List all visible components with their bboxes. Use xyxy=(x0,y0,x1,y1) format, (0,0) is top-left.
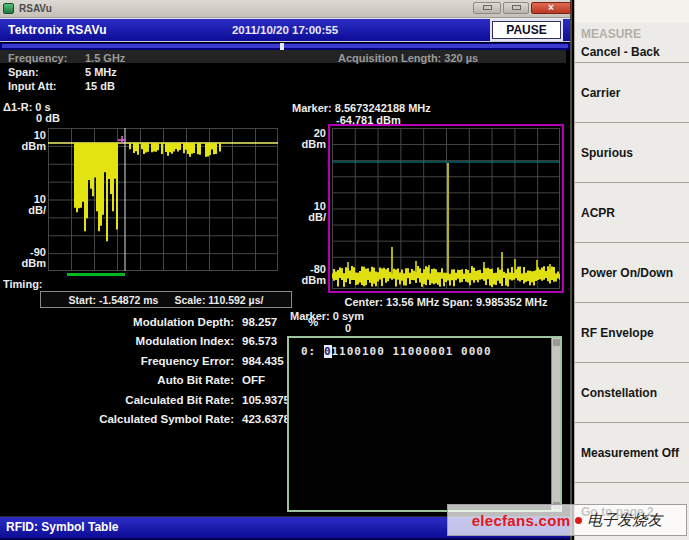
time-axis-top-unit: dBm xyxy=(0,140,46,152)
menu-item-measurement-off[interactable]: Measurement Off xyxy=(575,422,689,482)
acquisition-length: Acquisition Length: 320 µs xyxy=(338,52,478,64)
frequency-value: 1.5 GHz xyxy=(85,52,125,64)
time-axis-scale-unit: dB/ xyxy=(0,204,46,216)
maximize-icon xyxy=(512,5,521,10)
spectrum-trace-chart xyxy=(332,128,560,289)
watermark-site: elecfans.com xyxy=(472,512,571,529)
watermark: elecfans.com 电子发烧友 xyxy=(447,504,687,536)
minimize-button[interactable] xyxy=(473,2,501,14)
symbol-scrollbar[interactable] xyxy=(551,338,560,510)
menu-item-cancel-back[interactable]: Cancel - Back xyxy=(575,42,689,62)
app-icon xyxy=(3,3,14,14)
symbol-bits: 1100100 11000001 0000 xyxy=(332,345,492,358)
symbol-index: 0: xyxy=(301,345,316,358)
input-att-label: Input Att: xyxy=(8,80,56,92)
spec-axis-scale-unit: dB/ xyxy=(280,211,326,223)
acquisition-progress-bar xyxy=(0,43,570,50)
watermark-cn-text: 电子发烧友 xyxy=(587,511,662,530)
progress-fill xyxy=(2,44,568,48)
panel-top-strip xyxy=(575,0,689,22)
time-scale-readout: Start: -1.54872 ms Scale: 110.592 µs/ xyxy=(40,291,292,308)
spec-axis-top-unit: dBm xyxy=(280,138,326,150)
screen: RSAVu × Tektronix RSAVu 2011/10/20 17:00… xyxy=(0,0,689,540)
pause-button[interactable]: PAUSE xyxy=(492,21,561,39)
close-icon: × xyxy=(548,2,554,13)
brand-label: Tektronix RSAVu xyxy=(8,23,107,37)
datetime-label: 2011/10/20 17:00:55 xyxy=(185,24,385,36)
window-title: RSAVu xyxy=(19,3,52,14)
start-readout: Start: -1.54872 ms xyxy=(69,294,159,306)
scale-readout: Scale: 110.592 µs/ xyxy=(174,294,263,306)
app-window: RSAVu × Tektronix RSAVu 2011/10/20 17:00… xyxy=(0,0,572,540)
menu-item-spurious[interactable]: Spurious xyxy=(575,122,689,182)
symbol-cursor[interactable]: 0 xyxy=(324,345,332,358)
menu-item-constellation[interactable]: Constellation xyxy=(575,362,689,422)
symbol-marker-value: 0 xyxy=(345,322,351,334)
symbol-row: 0: 01100100 11000001 0000 xyxy=(301,345,492,358)
span-label: Span: xyxy=(8,66,39,78)
measure-menu-panel: MEASURE Cancel - Back Carrier Spurious A… xyxy=(574,0,689,540)
close-button[interactable]: × xyxy=(531,2,571,14)
window-titlebar[interactable]: RSAVu × xyxy=(0,0,570,18)
minimize-icon xyxy=(483,5,492,10)
center-span-readout: Center: 13.56 MHz Span: 9.985352 MHz xyxy=(330,296,562,308)
watermark-logo-icon xyxy=(575,517,582,524)
menu-item-rf-envelope[interactable]: RF Envelope xyxy=(575,302,689,362)
time-trace-chart xyxy=(48,128,278,278)
menu-title: MEASURE xyxy=(581,27,641,41)
menu-item-carrier[interactable]: Carrier xyxy=(575,62,689,122)
delta-marker-level: 0 dB xyxy=(36,112,60,124)
symbol-marker-label: Marker: 0 sym xyxy=(290,310,364,322)
spectrum-marker-freq: Marker: 8.5673242188 MHz xyxy=(292,102,431,114)
maximize-button[interactable] xyxy=(503,2,529,14)
menu-item-acpr[interactable]: ACPR xyxy=(575,182,689,242)
span-value: 5 MHz xyxy=(85,66,117,78)
input-att-value: 15 dB xyxy=(85,80,115,92)
frequency-label: Frequency: xyxy=(8,52,67,64)
scroll-up-icon[interactable] xyxy=(553,339,560,346)
progress-tick xyxy=(280,43,284,50)
spec-axis-bottom-unit: dBm xyxy=(280,274,326,286)
symbol-table[interactable]: 0: 01100100 11000001 0000 xyxy=(287,336,562,512)
timing-label: Timing: xyxy=(3,278,43,290)
menu-item-power-on-down[interactable]: Power On/Down xyxy=(575,242,689,302)
menu-list: Cancel - Back Carrier Spurious ACPR Powe… xyxy=(575,42,689,540)
time-axis-bottom-unit: dBm xyxy=(0,257,46,269)
